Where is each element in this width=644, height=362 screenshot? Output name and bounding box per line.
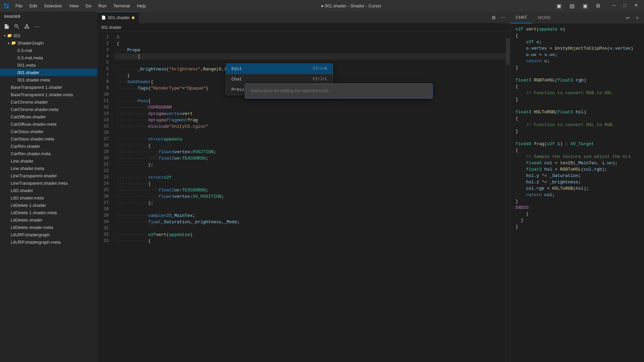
file-icon — [4, 225, 9, 230]
context-menu-edit[interactable]: Edit Ctrl+K — [226, 64, 333, 74]
sidebar-item-label: CarChrome.shader.meta — [11, 107, 58, 112]
layout-icon-1[interactable]: ▣ — [554, 2, 564, 10]
maximize-button[interactable]: □ — [621, 2, 629, 10]
code-editor[interactable]: 12345 678910 1112131415 1617181920 21222… — [97, 32, 510, 362]
search-icon[interactable] — [13, 22, 21, 31]
right-code-line: float3 HSLToRGB(float3 hsl) — [516, 109, 639, 115]
sidebar-item-carchromeshader[interactable]: CarChrome.shader — [0, 98, 97, 106]
sidebar-item-lineshader[interactable]: Line.shader — [0, 157, 97, 165]
more-actions-icon[interactable]: ⋯ — [499, 13, 507, 21]
sidebar-item-carrimmeta[interactable]: CarRim.shader.meta — [0, 150, 97, 157]
menu-file[interactable]: File — [13, 2, 25, 9]
settings-icon[interactable]: ⚙ — [593, 2, 603, 10]
sidebar-item-linetransparentshader[interactable]: LineTransparent.shader — [0, 172, 97, 179]
code-line: ················float4 vertex : POSITION… — [114, 149, 506, 155]
sidebar-item-litdshader[interactable]: LitD.shader — [0, 187, 97, 194]
code-line: ········[ — [114, 53, 506, 60]
tab-more[interactable]: MORE — [532, 12, 556, 23]
window-controls[interactable]: ▣ ▤ ▣ ⚙ ─ □ ✕ — [554, 2, 641, 10]
menu-terminal[interactable]: Terminal — [111, 2, 132, 9]
menu-run[interactable]: Run — [96, 2, 109, 9]
file-icon — [4, 143, 9, 149]
menu-bar[interactable]: File Edit Selection View Go Run Terminal… — [13, 2, 149, 9]
sidebar-item-03matmeta[interactable]: 0.3.mat.meta — [0, 54, 97, 61]
sidebar-item-001[interactable]: ▾ 📁 001 — [0, 32, 97, 39]
layout-icon-2[interactable]: ▤ — [567, 2, 577, 10]
sidebar-item-basetransparent1shadermeta[interactable]: BaseTransparent 1.shader.meta — [0, 91, 97, 98]
sidebar-item-litdeleteshader[interactable]: LitDelete.shader — [0, 216, 97, 224]
code-line: ············}; — [114, 162, 506, 168]
minimap-thumb[interactable] — [506, 38, 510, 65]
sidebar-item-cardiffusemeta[interactable]: CarDiffuse.shader.meta — [0, 120, 97, 128]
right-code-line: } — [516, 198, 639, 204]
right-panel-toolbar: ↩ + — [624, 14, 644, 22]
right-code-line: float3 RGBToHSL(float3 rgb) — [516, 77, 639, 83]
sidebar-item-carglassshader[interactable]: CarGlass.shader — [0, 128, 97, 135]
code-line: ············#pragma fragment frag — [114, 117, 506, 123]
add-icon[interactable]: + — [633, 14, 641, 22]
window-title: ● 001.shader - Shader - Cursor — [152, 3, 550, 8]
sidebar-item-label: LitDelete.shader.meta — [11, 225, 53, 230]
sidebar-item-linemeta[interactable]: Line.shader.meta — [0, 165, 97, 172]
right-code-line: return o; — [516, 58, 639, 64]
sidebar-item-liturpshadergraphmeta[interactable]: LitURP.shadergraph.meta — [0, 238, 97, 246]
file-icon — [4, 99, 9, 105]
close-button[interactable]: ✕ — [632, 2, 641, 10]
menu-selection[interactable]: Selection — [41, 2, 64, 9]
code-line — [114, 168, 506, 174]
menu-view[interactable]: View — [66, 2, 81, 9]
sidebar-item-carrimshader[interactable]: CarRim.shader — [0, 142, 97, 150]
split-editor-icon[interactable]: ⊞ — [490, 13, 498, 21]
source-control-icon[interactable] — [23, 22, 31, 31]
sidebar-item-basetransparent1shader[interactable]: BaseTransparent 1.shader — [0, 83, 97, 91]
sidebar-item-03mat[interactable]: 0.3.mat — [0, 47, 97, 54]
sidebar-item-label: 001.shader.meta — [17, 77, 50, 82]
chevron-down-icon: ▾ — [4, 34, 6, 38]
tab-001shader[interactable]: 📄 001.shader — [97, 12, 139, 23]
svg-point-9 — [28, 27, 29, 28]
layout-icon-3[interactable]: ▣ — [580, 2, 590, 10]
right-code-line: // Function to convert HSL to RGB — [516, 122, 639, 128]
tab-chat[interactable]: CHAT — [510, 12, 532, 23]
context-menu-chat[interactable]: Chat Ctrl+L — [226, 74, 333, 84]
sidebar-item-shadergraph[interactable]: ▸ 📁 ShaderGraph — [0, 39, 97, 47]
sidebar-item-001meta[interactable]: 001.meta — [0, 61, 97, 69]
sidebar-item-label: LitD.shader.meta — [11, 195, 44, 200]
menu-go[interactable]: Go — [83, 2, 94, 9]
edit-instructions-input[interactable] — [251, 88, 427, 93]
svg-rect-0 — [4, 4, 6, 6]
sidebar-item-001shadermeta[interactable]: 001.shader.meta — [0, 76, 97, 83]
file-icon — [11, 48, 16, 53]
sidebar-item-label: Line.shader — [11, 159, 34, 164]
sidebar-item-liturpshadergraph[interactable]: LitURP.shadergraph — [0, 231, 97, 238]
sidebar-item-linetransparentmeta[interactable]: LineTransparent.shader.meta — [0, 179, 97, 187]
history-icon[interactable]: ↩ — [624, 14, 632, 22]
sidebar-toolbar: ⋯ — [0, 21, 97, 32]
sidebar-item-001shader[interactable]: 001.shader — [0, 69, 97, 76]
sidebar-item-litdmeta[interactable]: LitD.shader.meta — [0, 194, 97, 201]
sidebar-item-label: LitDelete.shader — [11, 218, 43, 223]
sidebar-item-cardiffuseshader[interactable]: CarDiffuse.shader — [0, 113, 97, 120]
right-panel-code: 6t060 AT1653 v2f vert(appdata v) { v2f o… — [510, 23, 644, 362]
folder-icon: 📁 — [11, 40, 16, 46]
shortcut-label: Ctrl+L — [313, 76, 327, 82]
menu-edit[interactable]: Edit — [27, 2, 40, 9]
sidebar-item-carchrometmeta[interactable]: CarChrome.shader.meta — [0, 106, 97, 113]
right-code-line: return col; — [516, 192, 639, 198]
minimize-button[interactable]: ─ — [610, 2, 618, 10]
sidebar-item-litdeletemeta[interactable]: LitDelete.shader.meta — [0, 224, 97, 231]
new-file-icon[interactable] — [3, 22, 11, 31]
sidebar-item-litdelete1meta[interactable]: LitDelete 1.shader.meta — [0, 209, 97, 216]
edit-instructions-box[interactable] — [245, 83, 433, 99]
minimap[interactable] — [506, 32, 510, 362]
editor-area: 📄 001.shader ⊞ ⋯ 001.shader 12345 678910… — [97, 12, 510, 362]
code-line: ············CGPROGRAM — [114, 104, 506, 111]
file-icon — [4, 114, 9, 119]
file-icon — [4, 180, 9, 186]
sidebar-item-carglassmeta[interactable]: CarGlass.shader.meta — [0, 135, 97, 142]
sidebar-item-litdelete1shader[interactable]: LitDelete 1.shader — [0, 201, 97, 209]
more-icon[interactable]: ⋯ — [33, 22, 41, 31]
code-line: ············v2f vert(appdata v) — [114, 232, 506, 238]
right-code-line: v2f o; — [516, 39, 639, 45]
menu-help[interactable]: Help — [134, 2, 149, 9]
